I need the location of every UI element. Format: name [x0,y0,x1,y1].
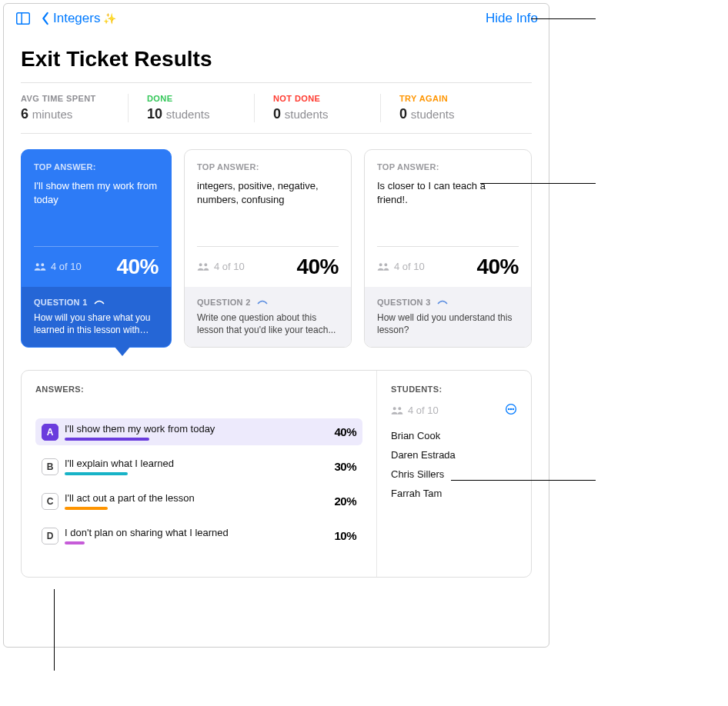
people-icon [197,262,209,271]
option-pct: 20% [334,495,356,508]
students-header: STUDENTS: [391,385,517,394]
option-bar [65,438,149,441]
annotation-line [54,589,55,671]
count-text: 4 of 10 [214,261,245,272]
back-label: Integers [53,11,100,26]
percentage: 40% [296,255,339,279]
top-answer-label: TOP ANSWER: [34,162,159,172]
option-bar [65,541,85,544]
option-pct: 40% [334,425,356,438]
people-icon [391,406,403,415]
collapse-arc-icon [257,300,268,305]
question-label: QUESTION 3 [377,298,431,307]
back-button[interactable]: Integers ✨ [41,11,116,26]
option-badge: D [42,528,58,544]
metric-value: 0 [273,106,281,122]
question-card-1[interactable]: TOP ANSWER: I'll show them my work from … [21,149,172,348]
top-answer-label: TOP ANSWER: [377,162,519,172]
nav-bar: Integers ✨ Hide Info [4,4,549,33]
answer-option-c[interactable]: C I'll act out a part of the lesson 20% [35,488,362,515]
option-label: I don't plan on sharing what I learned [65,527,328,538]
metric-value: 0 [399,106,407,122]
metric-not-done: NOT DONE 0 students [273,94,381,122]
collapse-arc-icon [94,300,105,305]
count-text: 4 of 10 [51,261,82,272]
svg-point-5 [513,408,513,409]
option-label: I'll act out a part of the lesson [65,492,328,504]
question-card-3[interactable]: TOP ANSWER: Is closer to I can teach a f… [364,149,532,348]
annotation-line [451,480,596,481]
sidebar-toggle-icon[interactable] [15,10,32,27]
callout-pointer-icon [115,347,130,356]
count-text: 4 of 10 [394,261,425,272]
option-bar [65,472,128,475]
metric-try-again: TRY AGAIN 0 students [399,94,507,122]
percentage: 40% [116,255,159,279]
metric-unit: minutes [32,108,73,121]
metric-unit: students [166,108,210,121]
message-icon[interactable] [505,403,517,418]
student-row[interactable]: Farrah Tam [391,488,517,499]
metric-label: DONE [147,94,235,103]
question-card-wrapper: TOP ANSWER: I'll show them my work from … [21,149,172,356]
question-label: QUESTION 2 [197,298,251,307]
details-panel: ANSWERS: A I'll show them my work from t… [21,370,532,578]
people-icon [377,262,389,271]
count-text: 4 of 10 [408,405,439,416]
metric-unit: students [411,108,455,121]
answer-options-list: A I'll show them my work from today 40% … [35,418,362,549]
student-row[interactable]: Brian Cook [391,430,517,441]
annotation-line [480,183,596,184]
metric-value: 10 [147,106,162,122]
students-column: STUDENTS: 4 of 10 Brian Cook Daren Estra… [377,371,531,577]
student-count: 4 of 10 [391,405,439,416]
question-card-2[interactable]: TOP ANSWER: integers, positive, negative… [184,149,352,348]
option-bar [65,507,108,510]
answer-option-b[interactable]: B I'll explain what I learned 30% [35,453,362,480]
option-badge: A [42,424,58,441]
metrics-row: AVG TIME SPENT 6 minutes DONE 10 student… [4,83,549,133]
top-answer-label: TOP ANSWER: [197,162,339,172]
metric-label: TRY AGAIN [399,94,489,103]
app-frame: Integers ✨ Hide Info Exit Ticket Results… [3,3,549,648]
nav-left: Integers ✨ [15,10,116,27]
collapse-arc-icon [437,300,448,305]
top-answer-text: I'll show them my work from today [34,179,159,206]
question-text: How will you share what you learned in t… [34,311,159,336]
metric-avg-time: AVG TIME SPENT 6 minutes [21,94,129,122]
student-row[interactable]: Daren Estrada [391,449,517,461]
percentage: 40% [476,255,519,279]
student-row[interactable]: Chris Sillers [391,468,517,480]
annotation-line [531,18,596,19]
answer-option-a[interactable]: A I'll show them my work from today 40% [35,418,362,445]
answers-header: ANSWERS: [35,385,362,394]
metric-value: 6 [21,106,28,122]
metric-done: DONE 10 students [147,94,255,122]
option-badge: C [42,493,58,510]
metric-label: NOT DONE [273,94,362,103]
svg-point-3 [509,408,509,409]
question-text: How well did you understand this lesson? [377,311,519,336]
option-pct: 10% [334,529,356,542]
option-label: I'll explain what I learned [65,458,328,469]
option-badge: B [42,458,58,475]
top-answer-text: integers, positive, negative, numbers, c… [197,179,339,206]
people-icon [34,262,46,271]
hide-info-button[interactable]: Hide Info [486,11,538,26]
answer-count: 4 of 10 [34,261,82,272]
metric-label: AVG TIME SPENT [21,94,109,103]
svg-rect-0 [17,13,30,25]
question-text: Write one question about this lesson tha… [197,311,339,336]
student-list: Brian Cook Daren Estrada Chris Sillers F… [391,430,517,499]
sparkle-icon: ✨ [103,12,116,25]
page-title: Exit Ticket Results [4,33,549,82]
option-label: I'll show them my work from today [65,423,328,435]
svg-point-4 [510,408,511,409]
option-pct: 30% [334,460,356,473]
question-cards-row: TOP ANSWER: I'll show them my work from … [4,134,549,356]
metric-unit: students [285,108,329,121]
answer-option-d[interactable]: D I don't plan on sharing what I learned… [35,522,362,549]
answers-column: ANSWERS: A I'll show them my work from t… [22,371,377,577]
question-label: QUESTION 1 [34,298,88,307]
